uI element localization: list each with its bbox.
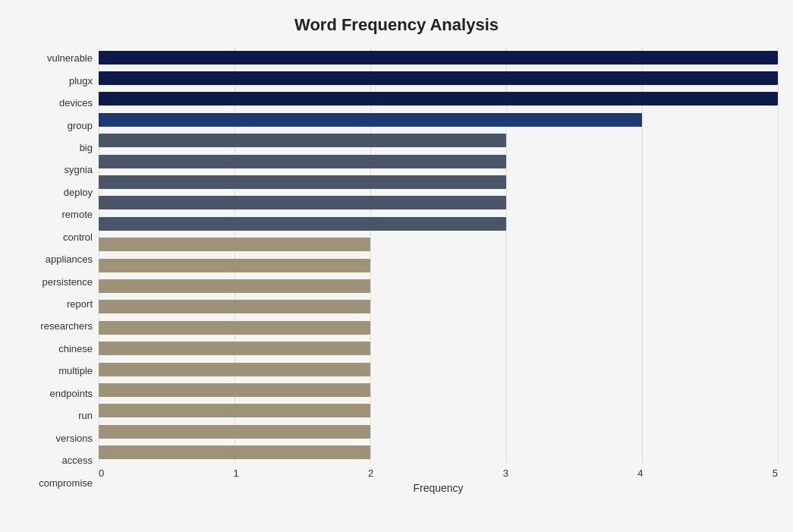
bar-chinese — [99, 321, 370, 335]
bar-compromise — [99, 445, 370, 459]
bar-row — [99, 298, 778, 315]
y-labels: vulnerableplugxdevicesgroupbigsygniadepl… — [15, 47, 99, 494]
bar-row — [99, 70, 778, 87]
y-label: group — [68, 121, 93, 131]
bar-remote — [99, 196, 506, 209]
x-axis-label: 0 — [99, 467, 104, 479]
bars-section: 012345 Frequency — [99, 47, 778, 494]
bar-row — [99, 216, 778, 232]
y-label: plugx — [69, 76, 93, 86]
y-label: deploy — [64, 187, 93, 197]
bar-run — [99, 383, 370, 397]
bar-multiple — [99, 342, 370, 355]
bar-row — [99, 174, 778, 190]
bar-row — [99, 278, 778, 294]
bar-big — [99, 134, 506, 147]
y-label: report — [67, 299, 93, 309]
y-label: devices — [59, 98, 93, 108]
grid-line — [506, 47, 507, 463]
bar-row — [99, 257, 778, 274]
bar-deploy — [99, 175, 506, 189]
x-axis-labels: 012345 — [99, 463, 778, 479]
y-label: appliances — [46, 254, 93, 264]
bar-versions — [99, 404, 370, 417]
y-label: control — [63, 232, 93, 242]
y-label: big — [80, 143, 93, 153]
y-label: endpoints — [50, 389, 93, 398]
bar-persistence — [99, 259, 370, 272]
y-label: remote — [62, 209, 93, 219]
bar-devices — [99, 92, 778, 105]
chart-area: vulnerableplugxdevicesgroupbigsygniadepl… — [15, 47, 778, 494]
y-label: multiple — [58, 366, 93, 376]
grid-line — [234, 47, 235, 463]
x-axis-label: 2 — [368, 467, 373, 479]
y-label: sygnia — [64, 165, 93, 175]
bar-row — [99, 361, 778, 378]
bar-report — [99, 279, 370, 293]
bar-row — [99, 236, 778, 253]
bar-row — [99, 402, 778, 419]
bar-plugx — [99, 71, 778, 85]
y-label: compromise — [39, 478, 93, 488]
y-label: run — [78, 411, 93, 420]
y-label: persistence — [42, 277, 93, 287]
x-axis-label: 4 — [637, 467, 643, 479]
bar-row — [99, 320, 778, 336]
x-axis-label: 5 — [773, 467, 778, 479]
bar-endpoints — [99, 363, 370, 376]
y-label: access — [62, 455, 93, 465]
bar-row — [99, 382, 778, 398]
bar-vulnerable — [99, 51, 778, 65]
grid-line — [642, 47, 643, 463]
grid-line — [778, 47, 779, 463]
x-axis-label: 3 — [503, 467, 508, 479]
bar-researchers — [99, 300, 370, 313]
y-label: chinese — [58, 344, 93, 354]
bar-row — [99, 444, 778, 461]
bar-row — [99, 153, 778, 170]
x-axis-label: 1 — [234, 467, 239, 479]
y-label: researchers — [40, 321, 93, 331]
chart-title: Word Frequency Analysis — [294, 15, 499, 35]
x-axis-title: Frequency — [99, 479, 778, 494]
chart-container: Word Frequency Analysis vulnerableplugxd… — [0, 0, 793, 532]
bar-row — [99, 112, 778, 128]
bar-sygnia — [99, 155, 506, 168]
bar-row — [99, 423, 778, 440]
grid-line — [370, 47, 371, 463]
bar-group — [99, 113, 642, 127]
bars-wrapper — [99, 47, 778, 463]
grid-line — [99, 47, 99, 463]
bar-row — [99, 340, 778, 357]
bar-row — [99, 132, 778, 149]
bar-access — [99, 425, 370, 439]
bar-row — [99, 90, 778, 107]
bar-row — [99, 49, 778, 66]
bar-appliances — [99, 238, 370, 251]
bar-row — [99, 194, 778, 211]
y-label: vulnerable — [47, 53, 93, 63]
y-label: versions — [56, 433, 93, 443]
bar-control — [99, 217, 506, 231]
